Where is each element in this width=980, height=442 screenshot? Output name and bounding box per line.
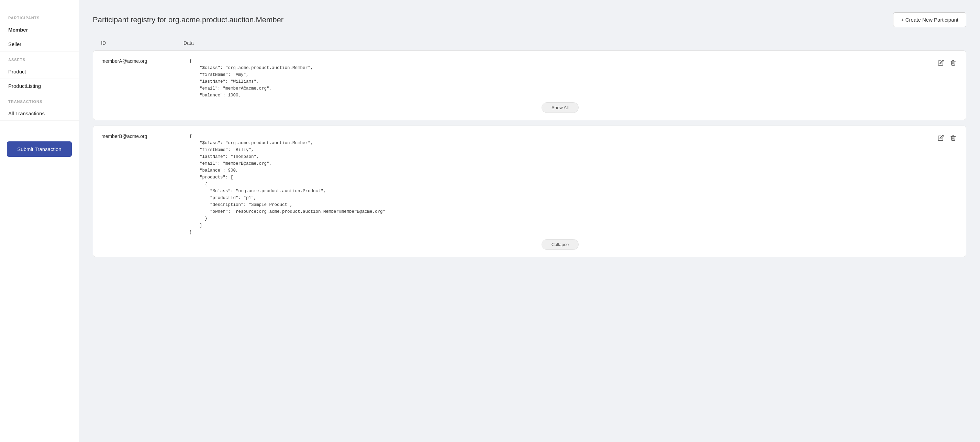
record-id: memberB@acme.org — [101, 133, 184, 139]
record-actions — [936, 133, 958, 144]
edit-icon — [938, 135, 944, 141]
main-header: Participant registry for org.acme.produc… — [93, 13, 966, 27]
participants-section-label: PARTICIPANTS — [0, 10, 79, 23]
collapse-button[interactable]: Collapse — [541, 239, 579, 250]
transactions-section-label: TRANSACTIONS — [0, 93, 79, 106]
table-row: memberB@acme.org { "$class": "org.acme.p… — [93, 125, 966, 257]
record-actions — [936, 58, 958, 69]
delete-button[interactable] — [949, 59, 958, 69]
table-header: ID Data — [93, 37, 966, 48]
edit-button[interactable] — [936, 59, 945, 69]
sidebar-item-product[interactable]: Product — [0, 65, 79, 79]
edit-button[interactable] — [936, 133, 945, 144]
table-row: memberA@acme.org { "$class": "org.acme.p… — [93, 51, 966, 120]
sidebar-item-productlisting[interactable]: ProductListing — [0, 79, 79, 93]
submit-transaction-button[interactable]: Submit Transaction — [7, 141, 72, 157]
sidebar-item-all-transactions[interactable]: All Transactions — [0, 106, 79, 121]
sidebar-item-member[interactable]: Member — [0, 23, 79, 37]
record-content: { "$class": "org.acme.product.auction.Me… — [189, 58, 931, 113]
col-data-label: Data — [183, 40, 958, 46]
sidebar: PARTICIPANTS Member Seller ASSETS Produc… — [0, 0, 79, 442]
page-title: Participant registry for org.acme.produc… — [93, 16, 283, 24]
delete-icon — [950, 135, 956, 141]
show-all-toggle[interactable]: Show All — [189, 102, 931, 113]
record-content: { "$class": "org.acme.product.auction.Me… — [189, 133, 931, 250]
sidebar-item-seller[interactable]: Seller — [0, 37, 79, 51]
show-all-button[interactable]: Show All — [541, 102, 579, 113]
col-id-label: ID — [101, 40, 183, 46]
main-content: Participant registry for org.acme.produc… — [79, 0, 980, 442]
collapse-toggle[interactable]: Collapse — [189, 239, 931, 250]
submit-section: Submit Transaction — [7, 141, 72, 157]
record-data-text: { "$class": "org.acme.product.auction.Me… — [189, 58, 931, 99]
edit-icon — [938, 60, 944, 66]
delete-button[interactable] — [949, 133, 958, 144]
delete-icon — [950, 60, 956, 66]
record-id: memberA@acme.org — [101, 58, 184, 64]
create-participant-button[interactable]: + Create New Participant — [893, 13, 966, 27]
record-data-text: { "$class": "org.acme.product.auction.Me… — [189, 133, 931, 236]
assets-section-label: ASSETS — [0, 51, 79, 65]
